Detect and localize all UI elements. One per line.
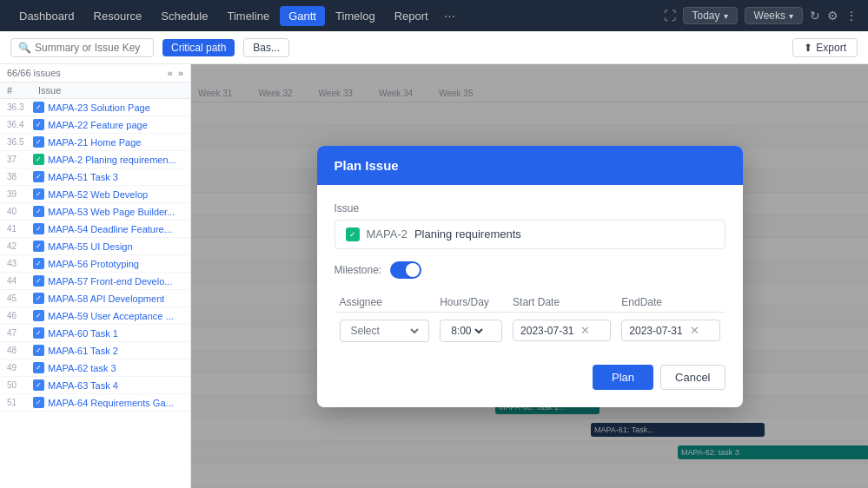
sidebar-row[interactable]: 47 ✓ MAPA-60 Task 1 <box>0 325 190 342</box>
row-number: 42 <box>7 241 33 251</box>
sidebar-row[interactable]: 38 ✓ MAPA-51 Task 3 <box>0 168 190 186</box>
today-button[interactable]: Today ▾ <box>683 7 738 24</box>
sidebar-row[interactable]: 50 ✓ MAPA-63 Task 4 <box>0 377 190 394</box>
sidebar-issues-count: 66/66 issues <box>7 68 61 78</box>
sidebar-row[interactable]: 46 ✓ MAPA-59 User Acceptance ... <box>0 307 190 325</box>
hours-select[interactable]: 8:00 <box>440 320 502 342</box>
end-date-field[interactable]: 2023-07-31 ✕ <box>621 320 719 341</box>
nav-item-resource[interactable]: Resource <box>85 6 151 26</box>
issue-icon: ✓ <box>33 241 44 252</box>
row-number: 43 <box>7 259 33 268</box>
export-button[interactable]: ⬆ Export <box>792 38 858 57</box>
row-number: 38 <box>7 172 33 181</box>
issue-key: MAPA-64 Requirements Ga... <box>48 398 174 408</box>
row-number: 47 <box>7 328 33 338</box>
nav-item-schedule[interactable]: Schedule <box>152 6 216 26</box>
sidebar-row[interactable]: 37 ✓ MAPA-2 Planing requiremen... <box>0 151 190 168</box>
col-issue: Issue <box>31 82 68 98</box>
sidebar-row[interactable]: 43 ✓ MAPA-56 Prototyping <box>0 255 190 273</box>
plan-button[interactable]: Plan <box>593 365 653 390</box>
issue-icon: ✓ <box>33 362 44 373</box>
sidebar-row[interactable]: 41 ✓ MAPA-54 Deadline Feature... <box>0 221 190 238</box>
issue-icon: ✓ <box>33 206 44 217</box>
sidebar-row[interactable]: 40 ✓ MAPA-53 Web Page Builder... <box>0 203 190 221</box>
end-date-clear-icon[interactable]: ✕ <box>690 324 699 337</box>
toggle-knob <box>406 263 420 277</box>
search-input-wrapper[interactable]: 🔍 <box>10 38 154 57</box>
issue-icon: ✓ <box>33 136 44 148</box>
nav-item-gantt[interactable]: Gantt <box>280 6 325 26</box>
issue-key: MAPA-62 task 3 <box>48 363 116 373</box>
milestone-toggle[interactable] <box>390 261 421 279</box>
sidebar-row[interactable]: 39 ✓ MAPA-52 Web Develop <box>0 186 190 203</box>
hours-dropdown[interactable]: 8:00 <box>447 324 486 338</box>
nav-item-dashboard[interactable]: Dashboard <box>10 6 83 26</box>
modal-issue-name: Planing requirements <box>414 228 521 241</box>
nav-item-timeline[interactable]: Timeline <box>218 6 278 26</box>
issue-key: MAPA-55 UI Design <box>48 241 133 252</box>
sidebar-row[interactable]: 36.4 ✓ MAPA-22 Feature page <box>0 116 190 134</box>
issue-key: MAPA-61 Task 2 <box>48 346 118 356</box>
critical-path-button[interactable]: Critical path <box>162 39 235 56</box>
issue-key: MAPA-57 Front-end Develo... <box>48 276 172 287</box>
issue-icon: ✓ <box>33 154 44 165</box>
issue-icon: ✓ <box>33 223 44 234</box>
nav-more-icon[interactable]: ⋯ <box>439 6 461 26</box>
start-date-clear-icon[interactable]: ✕ <box>580 324 590 337</box>
nav-item-report[interactable]: Report <box>386 6 437 26</box>
sidebar-row[interactable]: 36.3 ✓ MAPA-23 Solution Page <box>0 99 190 116</box>
sidebar-row[interactable]: 45 ✓ MAPA-58 API Development <box>0 290 190 307</box>
refresh-icon[interactable]: ↻ <box>810 9 820 23</box>
row-number: 41 <box>7 224 33 234</box>
search-input[interactable] <box>35 42 146 54</box>
issue-icon: ✓ <box>33 379 44 391</box>
issue-key: MAPA-54 Deadline Feature... <box>48 224 172 234</box>
topnav-right: ⛶ Today ▾ Weeks ▾ ↻ ⚙ ⋮ <box>664 7 858 24</box>
nav-item-timelog[interactable]: Timelog <box>327 6 384 26</box>
sidebar-row[interactable]: 51 ✓ MAPA-64 Requirements Ga... <box>0 394 190 412</box>
row-number: 36.3 <box>7 102 33 112</box>
col-end-date: EndDate <box>616 293 725 313</box>
sidebar: 66/66 issues « » # Issue 36.3 ✓ MAPA-23 … <box>0 64 191 488</box>
sidebar-row[interactable]: 36.5 ✓ MAPA-21 Home Page <box>0 134 190 151</box>
toolbar: 🔍 Critical path Bas... ⬆ Export <box>0 31 868 64</box>
row-number: 51 <box>7 398 33 407</box>
issue-key: MAPA-23 Solution Page <box>48 102 150 113</box>
plan-issue-modal: Plan Issue Issue ✓ MAPA-2 Planing requir… <box>317 146 743 407</box>
issue-label: Issue <box>335 202 726 214</box>
modal-backdrop[interactable]: Plan Issue Issue ✓ MAPA-2 Planing requir… <box>191 64 868 488</box>
sidebar-prev-icon[interactable]: « <box>168 68 173 78</box>
row-number: 46 <box>7 311 33 320</box>
topnav-more-icon[interactable]: ⋮ <box>845 9 858 23</box>
assignee-dropdown[interactable]: Select <box>348 324 422 338</box>
start-date-field[interactable]: 2023-07-31 ✕ <box>513 320 611 341</box>
issue-icon: ✓ <box>33 275 44 287</box>
issue-icon: ✓ <box>33 171 44 182</box>
plan-table-row: Select 8:00 <box>335 312 726 349</box>
sidebar-row[interactable]: 49 ✓ MAPA-62 task 3 <box>0 359 190 377</box>
weeks-button[interactable]: Weeks ▾ <box>745 7 803 24</box>
cancel-button[interactable]: Cancel <box>660 365 725 390</box>
expand-icon[interactable]: ⛶ <box>664 9 676 23</box>
plan-table: Assignee Hours/Day Start Date EndDate <box>335 293 726 349</box>
sidebar-row[interactable]: 42 ✓ MAPA-55 UI Design <box>0 238 190 255</box>
search-icon: 🔍 <box>18 42 31 54</box>
assignee-select[interactable]: Select <box>340 320 430 342</box>
sidebar-row[interactable]: 48 ✓ MAPA-61 Task 2 <box>0 342 190 359</box>
row-number: 49 <box>7 363 33 373</box>
baseline-button[interactable]: Bas... <box>243 38 289 57</box>
issue-icon: ✓ <box>33 345 44 356</box>
sidebar-row[interactable]: 44 ✓ MAPA-57 Front-end Develo... <box>0 273 190 290</box>
issue-key: MAPA-2 Planing requiremen... <box>48 155 176 165</box>
modal-header: Plan Issue <box>317 146 743 185</box>
row-number: 48 <box>7 346 33 355</box>
export-icon: ⬆ <box>804 42 812 54</box>
modal-body: Issue ✓ MAPA-2 Planing requirements Mile… <box>317 185 743 407</box>
issue-key: MAPA-63 Task 4 <box>48 380 118 391</box>
issue-icon: ✓ <box>33 293 44 304</box>
milestone-row: Milestone: <box>335 261 726 279</box>
settings-icon[interactable]: ⚙ <box>827 9 838 23</box>
sidebar-next-icon[interactable]: » <box>178 68 183 78</box>
col-assignee: Assignee <box>335 293 435 313</box>
row-number: 45 <box>7 293 33 303</box>
